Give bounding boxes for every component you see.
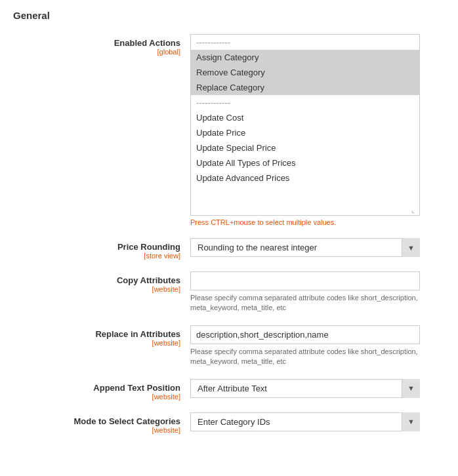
copy-attributes-row: Copy Attributes [website] Please specify… xyxy=(13,271,445,313)
copy-attributes-hint: Please specify comma separated attribute… xyxy=(190,293,420,313)
enabled-actions-hint: Press CTRL+mouse to select multiple valu… xyxy=(190,218,445,226)
mode-select-categories-select[interactable]: Enter Category IDs Select from tree xyxy=(190,412,420,431)
select-option-update-advanced-prices[interactable]: Update Advanced Prices xyxy=(191,170,419,186)
mode-select-categories-field: Enter Category IDs Select from tree ▼ xyxy=(190,412,445,431)
enabled-actions-label: Enabled Actions xyxy=(13,38,180,48)
replace-in-attributes-hint: Please specify comma separated attribute… xyxy=(190,347,420,367)
price-rounding-scope: [store view] xyxy=(13,252,180,260)
enabled-actions-field: ------------ Assign Category Remove Cate… xyxy=(190,34,445,226)
select-option-update-special-price[interactable]: Update Special Price xyxy=(191,140,419,155)
replace-in-attributes-input[interactable] xyxy=(190,325,420,344)
append-text-position-label-col: Append Text Position [website] xyxy=(13,379,190,401)
price-rounding-label: Price Rounding xyxy=(13,242,180,252)
mode-select-categories-select-wrapper: Enter Category IDs Select from tree ▼ xyxy=(190,412,420,431)
select-option-update-all-types[interactable]: Update All Types of Prices xyxy=(191,155,419,170)
append-text-position-field: After Attribute Text Before Attribute Te… xyxy=(190,379,445,398)
page-title: General xyxy=(13,10,445,21)
replace-in-attributes-scope: [website] xyxy=(13,339,180,347)
append-text-position-select[interactable]: After Attribute Text Before Attribute Te… xyxy=(190,379,420,398)
select-option-remove-category[interactable]: Remove Category xyxy=(191,65,419,80)
multiselect-inner[interactable]: ------------ Assign Category Remove Cate… xyxy=(191,35,419,215)
replace-in-attributes-row: Replace in Attributes [website] Please s… xyxy=(13,325,445,367)
replace-in-attributes-label-col: Replace in Attributes [website] xyxy=(13,325,190,347)
replace-in-attributes-label: Replace in Attributes xyxy=(13,329,180,339)
replace-in-attributes-field: Please specify comma separated attribute… xyxy=(190,325,445,367)
select-option-update-cost[interactable]: Update Cost xyxy=(191,110,419,125)
price-rounding-field: Rounding to the nearest integer Round up… xyxy=(190,238,445,257)
mode-select-categories-scope: [website] xyxy=(13,426,180,434)
select-option-assign-category[interactable]: Assign Category xyxy=(191,50,419,65)
copy-attributes-field: Please specify comma separated attribute… xyxy=(190,271,445,313)
price-rounding-select[interactable]: Rounding to the nearest integer Round up… xyxy=(190,238,420,257)
append-text-position-scope: [website] xyxy=(13,393,180,401)
append-text-position-select-wrapper: After Attribute Text Before Attribute Te… xyxy=(190,379,420,398)
price-rounding-select-wrapper: Rounding to the nearest integer Round up… xyxy=(190,238,420,257)
append-text-position-label: Append Text Position xyxy=(13,383,180,393)
select-separator-1: ------------ xyxy=(191,35,419,50)
select-option-replace-category[interactable]: Replace Category xyxy=(191,80,419,95)
price-rounding-label-col: Price Rounding [store view] xyxy=(13,238,190,260)
price-rounding-row: Price Rounding [store view] Rounding to … xyxy=(13,238,445,260)
resize-handle[interactable]: ⌞ xyxy=(411,207,418,214)
copy-attributes-label-col: Copy Attributes [website] xyxy=(13,271,190,293)
mode-select-categories-row: Mode to Select Categories [website] Ente… xyxy=(13,412,445,434)
copy-attributes-label: Copy Attributes xyxy=(13,275,180,285)
select-separator-2: ------------ xyxy=(191,95,419,110)
enabled-actions-multiselect[interactable]: ------------ Assign Category Remove Cate… xyxy=(190,34,420,216)
mode-select-categories-label-col: Mode to Select Categories [website] xyxy=(13,412,190,434)
mode-select-categories-label: Mode to Select Categories xyxy=(13,416,180,426)
append-text-position-row: Append Text Position [website] After Att… xyxy=(13,379,445,401)
enabled-actions-scope: [global] xyxy=(13,48,180,56)
enabled-actions-label-col: Enabled Actions [global] xyxy=(13,34,190,56)
select-option-update-price[interactable]: Update Price xyxy=(191,125,419,140)
copy-attributes-input[interactable] xyxy=(190,271,420,290)
copy-attributes-scope: [website] xyxy=(13,285,180,293)
enabled-actions-row: Enabled Actions [global] ------------ As… xyxy=(13,34,445,226)
